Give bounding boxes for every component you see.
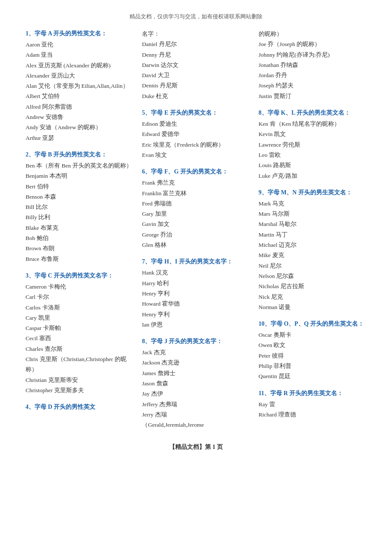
section-title: 10、字母 O、P、Q 开头的男生英文名： [259,319,366,328]
page-header: 精品文档，仅供学习与交流，如有侵权请联系网站删除 [26,13,366,20]
entry-item: Cary 凯里 [26,313,133,323]
entry-item: Oscar 奥斯卡 [259,330,366,340]
section-title: 8、字母 J 开头的男英文名字： [142,337,250,346]
entry-item: Martin 马丁 [259,230,366,240]
entry-item: Ian 伊恩 [142,320,250,330]
entry-item: Benson 本森 [26,192,133,202]
entry-item: Johnny 约翰尼(亦译为:乔尼) [259,50,366,60]
entry-item: Andrew 安德鲁 [26,112,133,122]
entry-item: Alfred 阿尔弗雷德 [26,102,133,112]
entry-item: Gary 加里 [142,209,250,219]
entry-item: Henry 亨利 [142,309,250,320]
entry-item: Philip 菲利普 [259,361,366,371]
entry-item: Edison 爱迪生 [142,119,250,129]
section-title: 2、字母 B 开头的男性英文名： [26,150,133,159]
entry-item: Jerry 杰瑞 [142,410,250,420]
page-footer: 【精品文档】第 1 页 [26,443,366,451]
entry-item: Andy 安迪（Andrew 的昵称） [26,122,133,133]
entry-item: Franklin 富兰克林 [142,188,250,199]
entry-item: Luke 卢克/路加 [259,171,366,181]
entry-item: Henry 亨利 [142,289,250,299]
entry-item: （Gerald,Jeremiah,Jerome [142,420,250,430]
entry-item: Adam 亚当 [26,50,133,60]
entry-item: Ray 雷 [259,399,366,410]
entry-item: Mars 马尔斯 [259,209,366,219]
section-title: 4、字母 D 开头的男性英文 [26,402,133,411]
entry-item: George 乔治 [142,230,250,240]
column-3: 的昵称）Joe 乔（Joseph 的昵称）Johnny 约翰尼(亦译为:乔尼)J… [259,29,366,420]
main-content: 1、字母 A 开头的男性英文名：Aaron 亚伦Adam 亚当Alex 亚历克斯… [26,29,366,431]
entry-item: Bert 伯特 [26,182,133,192]
entry-item: Jackson 杰克逊 [142,358,250,368]
entry-item: Bruce 布鲁斯 [26,254,133,264]
entry-item: Blake 布莱克 [26,223,133,233]
entry-item: Daniel 丹尼尔 [142,39,250,49]
entry-item: Brown 布朗 [26,243,133,254]
entry-item: Joseph 约瑟夫 [259,81,366,91]
entry-item: Evan 埃文 [142,150,250,160]
entry-item: Carlos 卡洛斯 [26,303,133,313]
entry-item: Christopher 克里斯多夫 [26,385,133,396]
entry-item: Nick 尼克 [259,292,366,302]
entry-item: Gavin 加文 [142,219,250,229]
entry-item: Nicholas 尼古拉斯 [259,281,366,292]
entry-item: Lawrence 劳伦斯 [259,140,366,150]
entry-item: Leo 雷欧 [259,150,366,160]
section-title: 1、字母 A 开头的男性英文名： [26,29,133,38]
entry-item: Kevin 凯文 [259,129,366,139]
entry-item: Charles 查尔斯 [26,344,133,354]
entry-item: Chris 克里斯（Christian,Christopher 的昵称） [26,354,133,375]
entry-item: Alan 艾伦（常变形为 Eilian,Allan,Ailin） [26,81,133,91]
entry-item: Caspar 卡斯帕 [26,323,133,333]
entry-item: Joe 乔（Joseph 的昵称） [259,39,366,49]
entry-item: Louis 路易斯 [259,160,366,171]
entry-item: Eric 埃里克（Frederick 的昵称） [142,140,250,150]
entry-item: James 詹姆士 [142,368,250,379]
entry-item: Quentin 昆廷 [259,371,366,382]
entry-item: Denny 丹尼 [142,50,250,60]
entry-item: Jay 杰伊 [142,389,250,399]
entry-item: Harry 哈利 [142,278,250,289]
entry-item: Mark 马克 [259,199,366,209]
entry-item: Owen 欧文 [259,340,366,350]
column-1: 1、字母 A 开头的男性英文名：Aaron 亚伦Adam 亚当Alex 亚历克斯… [26,29,133,413]
entry-item: Christian 克里斯蒂安 [26,375,133,385]
entry-item: Ben 本（所有 Ben 开头的英文名的昵称） [26,161,133,171]
section-title: 5、字母 E 开头的男英文名： [142,108,250,117]
entry-item: Bob 鲍伯 [26,233,133,243]
section-title: 9、字母 M、N 开头的男生英文名： [259,188,366,197]
entry-item: Richard 理查德 [259,410,366,420]
entry-item: 名字： [142,29,250,39]
entry-item: Jeffery 杰弗瑞 [142,399,250,410]
entry-item: 的昵称） [259,29,366,39]
entry-item: Darwin 达尔文 [142,60,250,70]
entry-item: Aaron 亚伦 [26,40,133,50]
entry-item: Frank 弗兰克 [142,178,250,188]
entry-item: Hank 汉克 [142,268,250,278]
entry-item: Albert 艾伯特 [26,91,133,101]
entry-item: Arthur 亚瑟 [26,133,133,143]
entry-item: Jack 杰克 [142,347,250,358]
entry-item: Ken 肯（Ken 结尾名字的昵称） [259,119,366,129]
entry-item: Duke 杜克 [142,91,250,101]
section-title: 11、字母 R 开头的男生英文名： [259,389,366,398]
entry-item: Justin 贾斯汀 [259,91,366,101]
entry-item: Jonathan 乔纳森 [259,60,366,70]
entry-item: Glen 格林 [142,240,250,250]
entry-item: Bill 比尔 [26,202,133,212]
entry-item: David 大卫 [142,70,250,81]
entry-item: Edward 爱德华 [142,129,250,139]
section-title: 3、字母 C 开头的男性英文名字： [26,271,133,280]
entry-item: Alexander 亚历山大 [26,71,133,81]
entry-item: Michael 迈克尔 [259,240,366,250]
entry-item: Cecil 塞西 [26,333,133,344]
entry-item: Neil 尼尔 [259,261,366,271]
entry-item: Jason 詹森 [142,379,250,389]
entry-item: Benjamin 本杰明 [26,171,133,181]
entry-item: Mike 麦克 [259,250,366,260]
section-title: 7、字母 H、I 开头的男英文名字： [142,257,250,266]
entry-item: Norman 诺曼 [259,302,366,312]
entry-item: Dennis 丹尼斯 [142,81,250,91]
section-title: 8、字母 K、L 开头的男生英文名： [259,108,366,117]
entry-item: Carl 卡尔 [26,292,133,302]
